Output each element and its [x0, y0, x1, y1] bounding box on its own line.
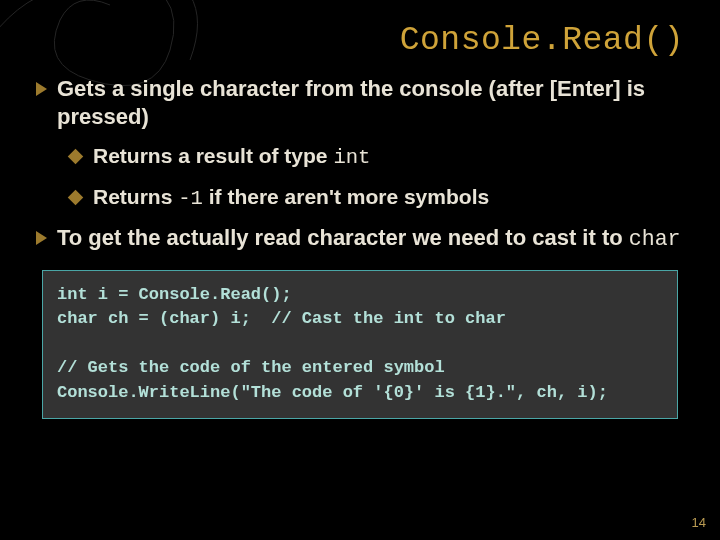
inline-code: int [333, 146, 370, 169]
text-span: Returns a result of type [93, 144, 333, 167]
bullet-text: Returns -1 if there aren't more symbols [93, 184, 684, 212]
bullet-level1: To get the actually read character we ne… [36, 224, 684, 254]
diamond-bullet-icon [68, 149, 84, 165]
bullet-level1: Gets a single character from the console… [36, 75, 684, 131]
code-block: int i = Console.Read(); char ch = (char)… [42, 270, 678, 419]
triangle-bullet-icon [36, 82, 47, 96]
bullet-level2: Returns -1 if there aren't more symbols [70, 184, 684, 212]
diamond-bullet-icon [68, 189, 84, 205]
triangle-bullet-icon [36, 231, 47, 245]
text-span: Gets a single character from the console… [57, 76, 557, 101]
text-span: To get the actually read character we ne… [57, 225, 629, 250]
slide: Console.Read() Gets a single character f… [0, 0, 720, 540]
slide-title: Console.Read() [36, 22, 684, 59]
text-span: Returns [93, 185, 178, 208]
key-name: Enter [557, 76, 613, 101]
bullet-text: Returns a result of type int [93, 143, 684, 171]
text-span: if there aren't more symbols [203, 185, 489, 208]
bullet-text: Gets a single character from the console… [57, 75, 684, 131]
bullet-text: To get the actually read character we ne… [57, 224, 684, 254]
page-number: 14 [692, 515, 706, 530]
bullet-level2: Returns a result of type int [70, 143, 684, 171]
bullet-list: Gets a single character from the console… [36, 75, 684, 254]
inline-code: char [629, 227, 681, 251]
inline-code: -1 [178, 187, 203, 210]
